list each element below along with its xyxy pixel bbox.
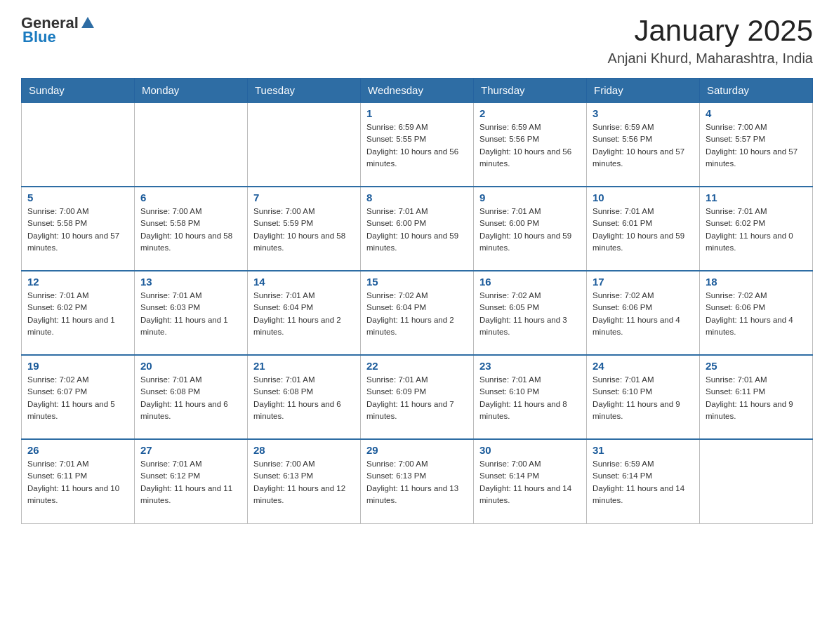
day-info: Sunrise: 7:00 AMSunset: 5:59 PMDaylight:… — [253, 206, 355, 254]
day-number: 3 — [593, 107, 694, 119]
calendar-cell — [22, 102, 135, 187]
calendar-week-row-3: 12Sunrise: 7:01 AMSunset: 6:02 PMDayligh… — [22, 271, 813, 355]
day-number: 26 — [27, 444, 128, 456]
calendar-cell: 15Sunrise: 7:02 AMSunset: 6:04 PMDayligh… — [361, 271, 474, 355]
calendar-cell: 4Sunrise: 7:00 AMSunset: 5:57 PMDaylight… — [700, 102, 813, 187]
day-number: 17 — [593, 276, 694, 288]
calendar-cell: 22Sunrise: 7:01 AMSunset: 6:09 PMDayligh… — [361, 355, 474, 439]
day-info: Sunrise: 7:02 AMSunset: 6:07 PMDaylight:… — [27, 374, 128, 422]
day-info: Sunrise: 7:01 AMSunset: 6:11 PMDaylight:… — [27, 458, 128, 507]
day-number: 25 — [706, 360, 807, 372]
calendar-cell: 6Sunrise: 7:00 AMSunset: 5:58 PMDaylight… — [135, 187, 248, 271]
svg-marker-0 — [81, 17, 94, 28]
day-info: Sunrise: 7:00 AMSunset: 5:57 PMDaylight:… — [706, 121, 807, 170]
calendar-header-monday: Monday — [135, 79, 248, 103]
day-number: 4 — [706, 107, 807, 119]
day-number: 12 — [27, 276, 128, 288]
calendar-header-sunday: Sunday — [22, 79, 135, 103]
calendar-cell: 9Sunrise: 7:01 AMSunset: 6:00 PMDaylight… — [474, 187, 587, 271]
day-info: Sunrise: 7:00 AMSunset: 6:14 PMDaylight:… — [479, 458, 581, 507]
logo: General Blue — [21, 14, 95, 46]
day-number: 5 — [27, 192, 128, 203]
day-number: 18 — [706, 276, 807, 288]
calendar-header-thursday: Thursday — [474, 79, 587, 103]
day-info: Sunrise: 6:59 AMSunset: 5:55 PMDaylight:… — [366, 121, 468, 170]
calendar-header-tuesday: Tuesday — [248, 79, 361, 103]
day-number: 14 — [253, 276, 355, 288]
day-info: Sunrise: 7:02 AMSunset: 6:06 PMDaylight:… — [593, 290, 694, 338]
calendar-header-row: SundayMondayTuesdayWednesdayThursdayFrid… — [22, 79, 813, 103]
day-info: Sunrise: 7:01 AMSunset: 6:10 PMDaylight:… — [593, 374, 694, 422]
day-number: 9 — [479, 192, 581, 203]
calendar-cell: 8Sunrise: 7:01 AMSunset: 6:00 PMDaylight… — [361, 187, 474, 271]
calendar-cell — [135, 102, 248, 187]
day-info: Sunrise: 7:01 AMSunset: 6:10 PMDaylight:… — [479, 374, 581, 422]
day-number: 16 — [479, 276, 581, 288]
day-info: Sunrise: 7:00 AMSunset: 6:13 PMDaylight:… — [253, 458, 355, 507]
calendar-cell: 16Sunrise: 7:02 AMSunset: 6:05 PMDayligh… — [474, 271, 587, 355]
calendar-cell: 1Sunrise: 6:59 AMSunset: 5:55 PMDaylight… — [361, 102, 474, 187]
calendar-header-friday: Friday — [587, 79, 700, 103]
day-info: Sunrise: 7:01 AMSunset: 6:04 PMDaylight:… — [253, 290, 355, 338]
day-number: 8 — [366, 192, 468, 203]
logo-text-blue: Blue — [22, 28, 56, 46]
calendar-title: January 2025 — [608, 14, 813, 48]
day-info: Sunrise: 6:59 AMSunset: 5:56 PMDaylight:… — [593, 121, 694, 170]
day-info: Sunrise: 7:01 AMSunset: 6:00 PMDaylight:… — [479, 206, 581, 254]
day-number: 10 — [593, 192, 694, 203]
day-info: Sunrise: 7:01 AMSunset: 6:08 PMDaylight:… — [253, 374, 355, 422]
logo-triangle-icon — [80, 15, 95, 31]
calendar-cell: 20Sunrise: 7:01 AMSunset: 6:08 PMDayligh… — [135, 355, 248, 439]
day-number: 22 — [366, 360, 468, 372]
calendar-cell: 31Sunrise: 6:59 AMSunset: 6:14 PMDayligh… — [587, 439, 700, 523]
calendar-cell: 7Sunrise: 7:00 AMSunset: 5:59 PMDaylight… — [248, 187, 361, 271]
calendar-cell: 11Sunrise: 7:01 AMSunset: 6:02 PMDayligh… — [700, 187, 813, 271]
day-number: 7 — [253, 192, 355, 203]
calendar-cell — [248, 102, 361, 187]
calendar-header-saturday: Saturday — [700, 79, 813, 103]
day-number: 27 — [140, 444, 241, 456]
calendar-cell: 14Sunrise: 7:01 AMSunset: 6:04 PMDayligh… — [248, 271, 361, 355]
day-info: Sunrise: 7:01 AMSunset: 6:12 PMDaylight:… — [140, 458, 241, 507]
day-info: Sunrise: 7:00 AMSunset: 5:58 PMDaylight:… — [140, 206, 241, 254]
day-number: 23 — [479, 360, 581, 372]
day-number: 19 — [27, 360, 128, 372]
calendar-cell: 25Sunrise: 7:01 AMSunset: 6:11 PMDayligh… — [700, 355, 813, 439]
calendar-cell: 24Sunrise: 7:01 AMSunset: 6:10 PMDayligh… — [587, 355, 700, 439]
day-number: 13 — [140, 276, 241, 288]
day-info: Sunrise: 7:02 AMSunset: 6:06 PMDaylight:… — [706, 290, 807, 338]
page-header: General Blue January 2025 Anjani Khurd, … — [21, 14, 813, 67]
day-info: Sunrise: 7:01 AMSunset: 6:09 PMDaylight:… — [366, 374, 468, 422]
calendar-cell: 17Sunrise: 7:02 AMSunset: 6:06 PMDayligh… — [587, 271, 700, 355]
calendar-week-row-2: 5Sunrise: 7:00 AMSunset: 5:58 PMDaylight… — [22, 187, 813, 271]
day-number: 2 — [479, 107, 581, 119]
calendar-cell: 3Sunrise: 6:59 AMSunset: 5:56 PMDaylight… — [587, 102, 700, 187]
day-number: 21 — [253, 360, 355, 372]
day-info: Sunrise: 7:00 AMSunset: 5:58 PMDaylight:… — [27, 206, 128, 254]
day-info: Sunrise: 7:02 AMSunset: 6:05 PMDaylight:… — [479, 290, 581, 338]
calendar-cell: 23Sunrise: 7:01 AMSunset: 6:10 PMDayligh… — [474, 355, 587, 439]
day-number: 30 — [479, 444, 581, 456]
calendar-header-wednesday: Wednesday — [361, 79, 474, 103]
calendar-week-row-1: 1Sunrise: 6:59 AMSunset: 5:55 PMDaylight… — [22, 102, 813, 187]
calendar-table: SundayMondayTuesdayWednesdayThursdayFrid… — [21, 78, 813, 524]
day-number: 11 — [706, 192, 807, 203]
calendar-cell — [700, 439, 813, 523]
day-number: 1 — [366, 107, 468, 119]
calendar-cell: 10Sunrise: 7:01 AMSunset: 6:01 PMDayligh… — [587, 187, 700, 271]
day-info: Sunrise: 7:01 AMSunset: 6:01 PMDaylight:… — [593, 206, 694, 254]
calendar-week-row-5: 26Sunrise: 7:01 AMSunset: 6:11 PMDayligh… — [22, 439, 813, 523]
day-info: Sunrise: 7:01 AMSunset: 6:03 PMDaylight:… — [140, 290, 241, 338]
day-info: Sunrise: 7:01 AMSunset: 6:00 PMDaylight:… — [366, 206, 468, 254]
calendar-cell: 28Sunrise: 7:00 AMSunset: 6:13 PMDayligh… — [248, 439, 361, 523]
calendar-cell: 12Sunrise: 7:01 AMSunset: 6:02 PMDayligh… — [22, 271, 135, 355]
calendar-cell: 29Sunrise: 7:00 AMSunset: 6:13 PMDayligh… — [361, 439, 474, 523]
day-info: Sunrise: 7:01 AMSunset: 6:02 PMDaylight:… — [27, 290, 128, 338]
calendar-subtitle: Anjani Khurd, Maharashtra, India — [608, 51, 813, 67]
day-number: 20 — [140, 360, 241, 372]
calendar-cell: 21Sunrise: 7:01 AMSunset: 6:08 PMDayligh… — [248, 355, 361, 439]
calendar-cell: 13Sunrise: 7:01 AMSunset: 6:03 PMDayligh… — [135, 271, 248, 355]
day-info: Sunrise: 7:01 AMSunset: 6:11 PMDaylight:… — [706, 374, 807, 422]
day-info: Sunrise: 7:01 AMSunset: 6:08 PMDaylight:… — [140, 374, 241, 422]
calendar-cell: 30Sunrise: 7:00 AMSunset: 6:14 PMDayligh… — [474, 439, 587, 523]
